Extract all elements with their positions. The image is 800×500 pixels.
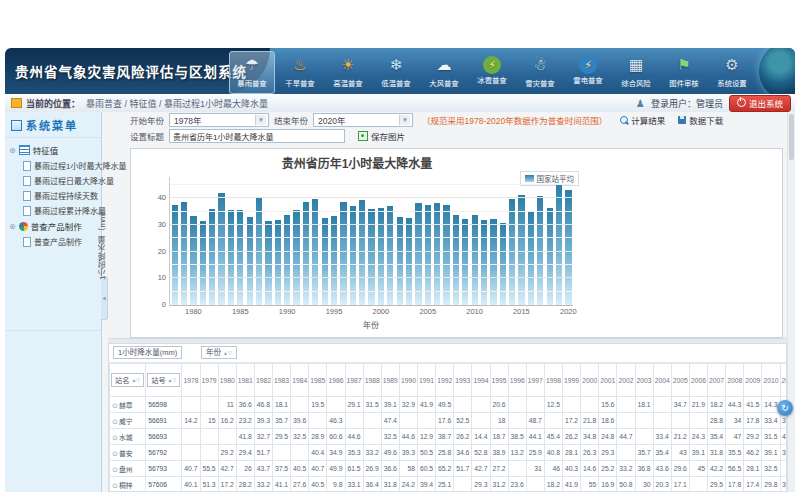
col-header-2011[interactable]: 2011 <box>780 364 787 397</box>
nav-low-temp[interactable]: ❄低温普查 <box>373 51 419 94</box>
gridline <box>170 277 573 278</box>
value-cell: 26.2 <box>563 429 581 445</box>
value-cell: 31 <box>526 461 544 477</box>
tree-group-0[interactable]: ⊕特征值 <box>9 142 101 158</box>
col-header-2001[interactable]: 2001 <box>599 364 617 397</box>
col-header-1998[interactable]: 1998 <box>544 364 562 397</box>
col-header-1989[interactable]: 1989 <box>381 364 399 397</box>
nav-hail[interactable]: ⚡冰雹普查 <box>469 51 515 94</box>
value-cell <box>327 397 345 413</box>
col-header-1994[interactable]: 1994 <box>472 364 490 397</box>
tree-group-1[interactable]: ⊕普查产品制作 <box>9 218 101 234</box>
year-sort-box[interactable]: 年份 ▲▽ <box>201 346 237 359</box>
col-header-2006[interactable]: 2006 <box>689 364 707 397</box>
table-row[interactable]: ⊙赫章565981136.646.818.119.529.131.539.132… <box>110 397 788 413</box>
table-row[interactable]: ⊙威宁5669114.21516.223.239.335.739.646.347… <box>110 413 788 429</box>
floating-widget-button[interactable]: ↻ <box>777 400 793 416</box>
nav-map-review[interactable]: ⚑图件审核 <box>661 51 707 94</box>
nav-settings[interactable]: ⚙系统设置 <box>709 51 755 94</box>
col-header-1980[interactable]: 1980 <box>218 364 236 397</box>
value-cell: 46 <box>544 461 562 477</box>
row-expander-icon[interactable]: ⊙ <box>112 482 118 489</box>
set-title-label: 设置标题 <box>130 130 164 142</box>
nav-high-temp[interactable]: ☀高温普查 <box>325 51 371 94</box>
station-name-sort[interactable]: 站名▲▽ <box>111 373 144 387</box>
nav-wind[interactable]: ☁大风普查 <box>421 51 467 94</box>
tree-item[interactable]: 暴雨过程持续天数 <box>9 188 101 203</box>
col-header-2010[interactable]: 2010 <box>762 364 780 397</box>
col-header-1985[interactable]: 1985 <box>309 364 327 397</box>
col-header-1992[interactable]: 1992 <box>436 364 454 397</box>
col-header-1996[interactable]: 1996 <box>508 364 526 397</box>
tree-item[interactable]: 普查产品制作 <box>9 234 101 249</box>
col-header-2007[interactable]: 2007 <box>708 364 726 397</box>
nav-lightning[interactable]: ⚡雷电普查 <box>565 51 611 94</box>
col-header-1983[interactable]: 1983 <box>273 364 291 397</box>
table-row[interactable]: ⊙水城5669341.832.729.532.528.960.644.632.5… <box>110 429 788 445</box>
chart-title-input[interactable] <box>169 129 345 143</box>
row-expander-icon[interactable]: ⊙ <box>112 402 118 409</box>
col-header-1982[interactable]: 1982 <box>254 364 272 397</box>
value-cell: 29.6 <box>671 461 689 477</box>
tree-item[interactable]: 暴雨过程累计降水量 <box>9 203 101 218</box>
tree-item[interactable]: 暴雨过程日最大降水量 <box>9 173 101 188</box>
col-header-1979[interactable]: 1979 <box>200 364 218 397</box>
scrollbar-thumb[interactable] <box>789 114 794 160</box>
tree-item[interactable]: 暴雨过程1小时最大降水量 <box>9 158 101 173</box>
unit-filter-box[interactable]: 1小时降水量(mm) <box>113 346 182 359</box>
col-header-1987[interactable]: 1987 <box>345 364 363 397</box>
expander-icon[interactable]: ⊕ <box>9 146 16 155</box>
col-header-1981[interactable]: 1981 <box>236 364 254 397</box>
data-table: 站名▲▽站号▲▽19781979198019811982198319841985… <box>109 363 787 492</box>
nav-snow[interactable]: ☃雪灾普查 <box>517 51 563 94</box>
table-row[interactable]: ⊙普安5679229.229.451.740.434.935.333.249.6… <box>110 445 788 461</box>
table-row[interactable]: ⊙桐梓5760640.151.317.228.233.241.127.640.5… <box>110 477 788 493</box>
bar-slot <box>226 177 235 305</box>
expander-icon[interactable]: ⊕ <box>9 222 16 231</box>
col-header-1993[interactable]: 1993 <box>454 364 472 397</box>
row-expander-icon[interactable]: ⊙ <box>112 418 118 425</box>
nav-rainstorm[interactable]: ☂暴雨普查 <box>229 51 275 94</box>
col-header-1991[interactable]: 1991 <box>418 364 436 397</box>
value-cell <box>182 397 200 413</box>
vertical-scrollbar[interactable] <box>787 112 795 492</box>
logout-button[interactable]: 退出系统 <box>729 95 791 112</box>
value-cell: 41.5 <box>744 397 762 413</box>
col-header-2002[interactable]: 2002 <box>617 364 635 397</box>
col-header-2008[interactable]: 2008 <box>726 364 744 397</box>
col-header-1988[interactable]: 1988 <box>363 364 381 397</box>
data-download-button[interactable]: 数据下载 <box>678 114 723 126</box>
row-expander-icon[interactable]: ⊙ <box>112 450 118 457</box>
col-header-2009[interactable]: 2009 <box>744 364 762 397</box>
value-cell: 28.9 <box>309 429 327 445</box>
station-id-sort[interactable]: 站号▲▽ <box>147 373 180 387</box>
col-header-2003[interactable]: 2003 <box>635 364 653 397</box>
save-image-button[interactable]: 保存图片 <box>358 130 405 142</box>
end-year-select[interactable]: 2020年 ▼ <box>313 113 413 127</box>
col-header-2000[interactable]: 2000 <box>581 364 599 397</box>
col-header-1997[interactable]: 1997 <box>526 364 544 397</box>
calc-result-button[interactable]: 计算结果 <box>620 114 665 126</box>
col-header-2005[interactable]: 2005 <box>671 364 689 397</box>
chart-title: 贵州省历年1小时最大降水量 <box>131 154 583 171</box>
nav-drought[interactable]: ♨干旱普查 <box>277 51 323 94</box>
row-expander-icon[interactable]: ⊙ <box>112 434 118 441</box>
chart: 贵州省历年1小时最大降水量 国家站平均 1小时降水量（mm） 010203040… <box>131 149 583 337</box>
row-expander-icon[interactable]: ⊙ <box>112 466 118 473</box>
col-header-1995[interactable]: 1995 <box>490 364 508 397</box>
col-header-1999[interactable]: 1999 <box>563 364 581 397</box>
nav-risk[interactable]: ▦综合风险 <box>613 51 659 94</box>
col-header-2004[interactable]: 2004 <box>653 364 671 397</box>
col-header-1978[interactable]: 1978 <box>182 364 200 397</box>
breadcrumb[interactable]: 暴雨普查 / 特征值 / 暴雨过程1小时最大降水量 <box>86 97 268 110</box>
data-download-label: 数据下载 <box>689 114 723 126</box>
start-year-select[interactable]: 1978年 ▼ <box>169 113 269 127</box>
value-cell: 60.6 <box>327 429 345 445</box>
col-header-1984[interactable]: 1984 <box>291 364 309 397</box>
col-header-1990[interactable]: 1990 <box>399 364 417 397</box>
col-header-1986[interactable]: 1986 <box>327 364 345 397</box>
tree-item-label: 普查产品制作 <box>34 236 82 247</box>
value-cell: 47 <box>726 429 744 445</box>
table-row[interactable]: ⊙盘州5679340.755.542.72643.737.540.540.749… <box>110 461 788 477</box>
value-cell: 39.6 <box>291 413 309 429</box>
